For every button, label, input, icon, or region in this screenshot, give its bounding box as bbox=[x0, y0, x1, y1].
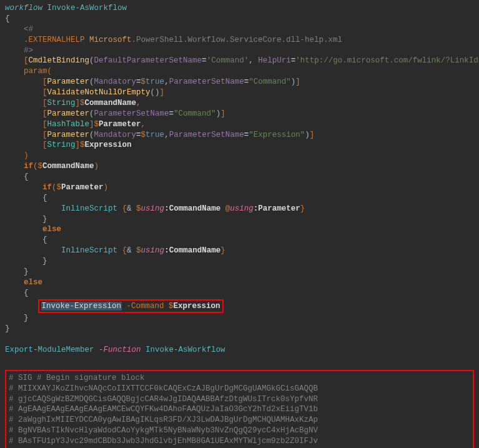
highlight-invoke: Invoke-Expression -Command $Expression bbox=[38, 299, 224, 314]
brace: { bbox=[5, 288, 474, 299]
param-kw: param( bbox=[5, 66, 474, 77]
param1: [Parameter(Mandatory=$true,ParameterSetN… bbox=[5, 77, 474, 87]
param3: [Parameter(Mandatory=$true,ParameterSetN… bbox=[5, 130, 474, 141]
brace-close: } bbox=[5, 324, 474, 334]
comment-external: .EXTERNALHELP Microsoft.PowerShell.Workf… bbox=[5, 35, 474, 46]
invoke-line: Invoke-Expression -Command $Expression bbox=[5, 299, 474, 314]
param-close: ) bbox=[5, 151, 474, 161]
if2: if($Parameter) bbox=[5, 182, 474, 193]
validate: [ValidateNotNullOrEmpty()] bbox=[5, 87, 474, 98]
comment-close: #> bbox=[5, 46, 474, 56]
highlight-signature: # SIG # Begin signature block # MIIXXAYJ… bbox=[5, 370, 474, 448]
sig-line: # BgNVBAsTIkNvcHlyaWdodCAoYykgMTk5NyBNaW… bbox=[9, 426, 470, 436]
blank bbox=[5, 334, 474, 345]
sig-line: # BAsTFU1pY3Jvc29mdCBDb3Jwb3JhdGlvbjEhMB… bbox=[9, 436, 470, 447]
if1: if($CommandName) bbox=[5, 161, 474, 172]
sig-line: # SIG # Begin signature block bbox=[9, 373, 470, 384]
sig-line: # MIIXXAYJKoZIhvcNAQcCoIIXTTCCF0kCAQExCz… bbox=[9, 384, 470, 394]
inline2: InlineScript {& $using:CommandName} bbox=[5, 246, 474, 256]
param2: [Parameter(ParameterSetName="Command")] bbox=[5, 109, 474, 119]
brace: { bbox=[5, 235, 474, 246]
line-workflow-decl: workflow Invoke-AsWorkflow bbox=[5, 3, 474, 14]
brace: { bbox=[5, 193, 474, 204]
brace: } bbox=[5, 313, 474, 324]
sig-line: # AgEAAgEAAgEAAgEAAgEAMCEwCQYFKw4DAhoFAA… bbox=[9, 404, 470, 415]
var1: [String]$CommandName, bbox=[5, 98, 474, 109]
cmdletbinding-line: [CmdletBinding(DefaultParameterSetName='… bbox=[5, 56, 474, 66]
sig-line: # 2aWgghIxMIIEYDCCA0ygAwIBAgIKLqsR3FD/XJ… bbox=[9, 415, 470, 426]
workflow-name: Invoke-AsWorkflow bbox=[47, 4, 127, 12]
var2: [HashTable]$Parameter, bbox=[5, 119, 474, 130]
brace: } bbox=[5, 214, 474, 225]
var3: [String]$Expression bbox=[5, 140, 474, 151]
brace: } bbox=[5, 256, 474, 267]
comment-open: <# bbox=[5, 24, 474, 35]
code-editor: workflow Invoke-AsWorkflow { <# .EXTERNA… bbox=[5, 3, 474, 448]
else2: else bbox=[5, 277, 474, 288]
workflow-keyword: workflow bbox=[5, 4, 42, 12]
blank bbox=[5, 356, 474, 366]
brace: { bbox=[5, 172, 474, 182]
sig-line: # gjcCAQSgWzBZMDQGCisGAQQBgjcCAR4wJgIDAQ… bbox=[9, 394, 470, 405]
else1: else bbox=[5, 224, 474, 235]
brace-open: { bbox=[5, 14, 474, 24]
export-line: Export-ModuleMember -Function Invoke-AsW… bbox=[5, 345, 474, 356]
inline1: InlineScript {& $using:CommandName @usin… bbox=[5, 204, 474, 214]
brace: } bbox=[5, 267, 474, 277]
